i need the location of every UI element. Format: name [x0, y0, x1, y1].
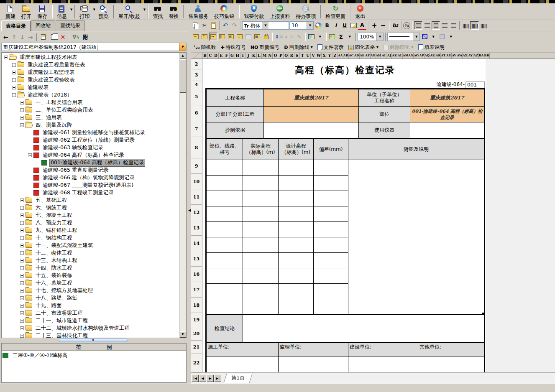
row-header-22[interactable]: 22 [191, 354, 202, 372]
column-header-F[interactable]: F [224, 53, 230, 59]
measurement-cell[interactable] [314, 206, 348, 222]
tree-item[interactable]: 十五、装饰装修 [3, 272, 179, 279]
format-painter-icon[interactable] [314, 21, 322, 30]
tree-item[interactable]: 十一、装配式混凝土建筑 [3, 242, 179, 249]
tree-item[interactable]: 十六、幕墙工程 [3, 279, 179, 287]
toolbar-button-new[interactable]: 新建 [3, 4, 18, 20]
measurement-cell[interactable] [243, 299, 279, 315]
toolbar-button-todo[interactable]: 待办事项 [293, 4, 319, 20]
insert-image-dropdown-icon[interactable]: ▼ [316, 33, 324, 41]
column-header-AW[interactable]: AW [457, 53, 463, 59]
tree-item[interactable]: 二十三、园林绿化工程 [3, 332, 179, 338]
tree-expander-icon[interactable] [20, 334, 24, 338]
dropdown-arrow-icon[interactable]: ▼ [411, 46, 413, 49]
tree-expander-icon[interactable] [20, 326, 24, 330]
column-header-AG[interactable]: AG [371, 53, 376, 59]
tools-button-random-number[interactable]: ¹₂₃随机数 [192, 43, 218, 51]
undo-icon[interactable]: ↶ [221, 21, 230, 30]
fraction-button[interactable]: ⅟a [403, 22, 410, 29]
tree-expander-icon[interactable] [20, 251, 24, 255]
column-header-L[interactable]: L [257, 53, 262, 59]
column-header-AX[interactable]: AX [463, 53, 468, 59]
column-header-AN[interactable]: AN [408, 53, 414, 59]
row-header-5[interactable]: 5 [191, 88, 202, 105]
tools-button-renumber[interactable]: NO重新编号 [248, 43, 282, 51]
row-header-14[interactable]: 14 [191, 236, 202, 251]
tree-expander-icon[interactable] [20, 101, 24, 104]
collapse-handle[interactable] [59, 339, 128, 342]
column-header-AC[interactable]: AC [349, 53, 354, 59]
tree-expander-icon[interactable] [20, 108, 24, 112]
dropdown-arrow-icon[interactable]: ▼ [307, 22, 313, 29]
dropdown-arrow-icon[interactable]: ▼ [310, 46, 312, 49]
dropdown-arrow-icon[interactable]: ▼ [70, 8, 72, 11]
nav-forward-icon[interactable]: → [28, 34, 33, 41]
tree-item[interactable]: 一、工程类综合用表 [3, 99, 179, 106]
column-header-E[interactable]: E [219, 53, 224, 59]
column-header-AE[interactable]: AE [360, 53, 365, 59]
tools-button-fill-help[interactable]: 填表说明 [416, 43, 447, 51]
tree-expander-icon[interactable] [20, 206, 24, 210]
italic-button[interactable]: I [332, 21, 340, 30]
row-header-10[interactable]: 10 [191, 174, 202, 189]
filter-icon[interactable]: ∇ϟ [73, 34, 79, 40]
signature-cell[interactable] [279, 356, 348, 373]
toolbar-button-replace[interactable]: 替换 [166, 4, 182, 20]
measurement-cell[interactable] [207, 176, 243, 191]
info-value[interactable]: 001-渝建竣-064 高程（标高）检查记录 [410, 107, 484, 122]
tree-item[interactable]: 四、测量及沉降 [3, 121, 179, 129]
row-header-12[interactable]: 12 [191, 205, 202, 220]
sheet-nav-3-icon[interactable]: ▶| [214, 375, 221, 382]
measurement-cell[interactable] [243, 206, 279, 222]
measurement-cell[interactable] [314, 222, 348, 237]
tree-expander-icon[interactable] [20, 244, 24, 247]
column-header-P[interactable]: P [278, 53, 284, 59]
formula-dropdown-icon[interactable]: ▼ [345, 33, 354, 41]
vertical-text-center-button[interactable]: ||||| [470, 21, 479, 30]
tree-item[interactable]: 重庆建设工程验收表 [3, 76, 179, 84]
toolbar-button-after-sales[interactable]: 售后服务 [185, 4, 211, 20]
toolbar-button-preview[interactable]: 预览 [96, 4, 112, 20]
toolbar-button-tips[interactable]: 技巧集锦 [211, 4, 237, 20]
toolbar-button-expand-collapse[interactable]: 展开/收起 [115, 4, 143, 20]
measurement-cell[interactable] [279, 268, 314, 284]
tree-item[interactable]: 五、基础工程 [3, 196, 179, 204]
insert-image-icon[interactable] [307, 33, 315, 41]
tree-item[interactable]: 渝建竣-063 轴线检查记录 [3, 144, 179, 151]
nav-up-icon[interactable]: ↑ [12, 34, 17, 41]
measurement-cell[interactable] [279, 206, 314, 222]
column-header-AY[interactable]: AY [468, 53, 473, 59]
tools-button-strike-line[interactable]: Ð画删除线▼ [282, 43, 315, 51]
tree-item[interactable]: 渝建竣-066 建（构）筑物沉降观测记录 [3, 174, 179, 181]
scroll-thumb[interactable] [180, 59, 186, 93]
attachment-button[interactable]: 附 [83, 33, 88, 41]
tree-expander-icon[interactable] [20, 304, 24, 308]
vertical-text-left-button[interactable]: ||||| [461, 21, 470, 30]
column-header-AJ[interactable]: AJ [386, 53, 392, 59]
border-color-icon[interactable] [420, 33, 429, 41]
tree-expander-icon[interactable] [20, 199, 24, 202]
row-header-19[interactable]: 19 [191, 313, 202, 327]
measurement-cell[interactable] [207, 284, 243, 299]
sheet-nav-2-icon[interactable]: ▶ [207, 375, 214, 382]
measurement-cell[interactable] [279, 160, 314, 176]
tab-回收站[interactable]: 回收站 [31, 20, 55, 31]
tools-button-special-symbol[interactable]: ✚特殊符号 [218, 43, 248, 51]
signature-cell[interactable] [418, 356, 484, 373]
info-value[interactable] [264, 122, 359, 138]
sheet-nav-1-icon[interactable]: ◀ [199, 375, 206, 382]
select-all-corner[interactable] [191, 53, 202, 59]
form-code-value[interactable]: 001 [465, 81, 485, 88]
tree-item[interactable]: 二十二、城镇给水排水构筑物及管道工程 [3, 324, 179, 332]
nav-back-icon[interactable]: ← [3, 34, 8, 41]
tree-item[interactable]: 渝建竣-068 工程竣工测量记录 [3, 189, 179, 196]
paste-table-icon[interactable] [244, 33, 253, 41]
measurement-cell[interactable] [207, 191, 243, 206]
row-spacing-icon[interactable]: ⇕≡ [274, 33, 284, 41]
scroll-down-icon[interactable]: ▼ [180, 331, 186, 338]
paste-icon[interactable] [209, 21, 217, 30]
column-header-S[interactable]: S [294, 53, 300, 59]
dropdown-arrow-icon[interactable]: ▼ [179, 43, 186, 51]
column-header-N[interactable]: N [267, 53, 273, 59]
column-header-AK[interactable]: AK [392, 53, 397, 59]
